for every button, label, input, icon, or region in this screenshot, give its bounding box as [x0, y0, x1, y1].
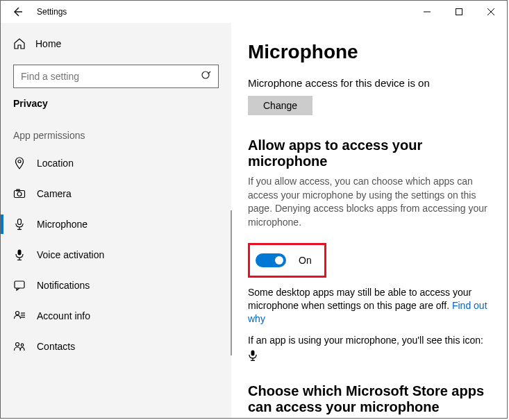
camera-icon	[13, 187, 26, 200]
toggle-knob	[275, 256, 283, 264]
sidebar-item-camera[interactable]: Camera	[1, 178, 231, 209]
allow-description: If you allow access, you can choose whic…	[248, 175, 490, 229]
sidebar-item-contacts[interactable]: Contacts	[1, 331, 231, 362]
sidebar-item-label: Voice activation	[37, 249, 104, 260]
svg-rect-14	[18, 250, 22, 255]
microphone-icon	[13, 218, 26, 230]
notifications-icon	[13, 279, 26, 292]
back-button[interactable]	[10, 6, 24, 17]
home-icon	[13, 37, 26, 50]
svg-point-7	[18, 160, 21, 163]
sidebar-item-home[interactable]: Home	[1, 30, 231, 58]
home-label: Home	[35, 38, 61, 49]
location-icon	[13, 157, 26, 169]
svg-rect-11	[18, 219, 22, 225]
svg-point-22	[16, 343, 19, 346]
device-access-status: Microphone access for this device is on	[248, 77, 490, 89]
sidebar-item-label: Notifications	[37, 280, 90, 291]
contacts-icon	[13, 340, 26, 353]
sidebar-item-label: Account info	[37, 310, 90, 321]
category-header: Privacy	[1, 98, 231, 109]
toggle-state-label: On	[299, 255, 312, 266]
group-header: App permissions	[1, 130, 231, 141]
allow-apps-toggle[interactable]	[256, 253, 286, 267]
sidebar-item-account-info[interactable]: Account info	[1, 301, 231, 331]
sidebar-item-location[interactable]: Location	[1, 148, 231, 178]
svg-point-18	[16, 312, 19, 315]
account-icon	[13, 310, 26, 322]
window-title: Settings	[37, 7, 67, 17]
sidebar-item-label: Camera	[37, 188, 72, 199]
maximize-button[interactable]	[443, 1, 475, 23]
mic-in-use-icon	[248, 350, 490, 361]
search-input[interactable]	[13, 65, 219, 88]
sidebar-item-notifications[interactable]: Notifications	[1, 270, 231, 301]
close-button[interactable]	[475, 1, 507, 23]
sidebar-item-label: Contacts	[37, 341, 75, 352]
svg-point-9	[17, 192, 22, 196]
sidebar: Home Privacy App permissions Location	[1, 23, 231, 418]
search-icon	[201, 70, 212, 81]
in-use-note: If an app is using your microphone, you'…	[248, 334, 490, 347]
change-button[interactable]: Change	[248, 96, 312, 115]
sidebar-item-label: Location	[37, 158, 74, 169]
allow-heading: Allow apps to access your microphone	[248, 137, 490, 169]
highlight-box: On	[248, 243, 326, 278]
svg-point-23	[21, 344, 24, 346]
sidebar-item-label: Microphone	[37, 219, 87, 230]
svg-rect-17	[15, 281, 24, 288]
sidebar-item-voice-activation[interactable]: Voice activation	[1, 240, 231, 270]
desktop-apps-note: Some desktop apps may still be able to a…	[248, 286, 490, 326]
svg-rect-24	[251, 350, 255, 355]
voice-icon	[13, 249, 26, 261]
desktop-note-text: Some desktop apps may still be able to a…	[248, 287, 472, 311]
sidebar-item-microphone[interactable]: Microphone	[1, 209, 231, 240]
page-title: Microphone	[248, 41, 490, 63]
scrollbar[interactable]	[231, 210, 232, 355]
minimize-button[interactable]	[411, 1, 443, 23]
svg-rect-2	[456, 9, 462, 15]
svg-point-5	[202, 72, 209, 78]
store-apps-heading: Choose which Microsoft Store apps can ac…	[248, 383, 490, 415]
main-content: Microphone Microphone access for this de…	[231, 23, 507, 418]
